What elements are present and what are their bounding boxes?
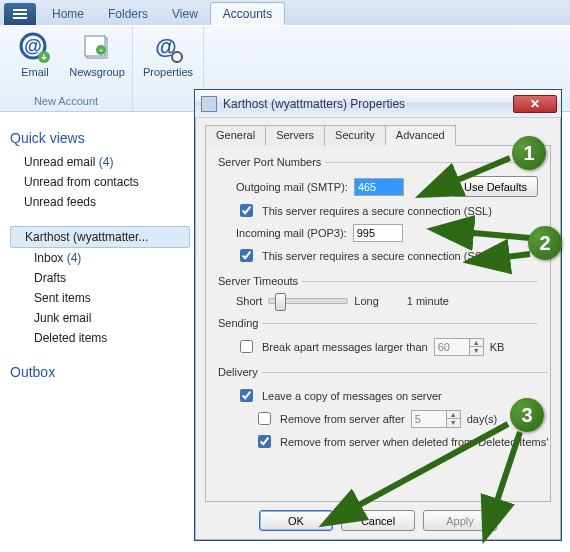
delivery-legend: Delivery xyxy=(218,366,262,378)
menu-icon xyxy=(13,9,27,19)
dialog-tabstrip: General Servers Security Advanced xyxy=(205,124,551,146)
sending-group: Sending Break apart messages larger than… xyxy=(218,317,538,360)
break-size-stepper[interactable]: ▲▼ xyxy=(434,338,484,356)
app-menu-button[interactable] xyxy=(4,3,36,25)
nav-deleted[interactable]: Deleted items xyxy=(10,328,190,348)
pop3-port-input[interactable] xyxy=(353,224,403,242)
dialog-button-row: OK Cancel Apply xyxy=(205,502,551,531)
timeout-value: 1 minute xyxy=(407,295,449,307)
svg-text:@: @ xyxy=(155,34,176,59)
delivery-group: Delivery Leave a copy of messages on ser… xyxy=(218,366,548,455)
nav-drafts[interactable]: Drafts xyxy=(10,268,190,288)
chevron-up-icon[interactable]: ▲ xyxy=(469,339,483,348)
at-plus-icon: @+ xyxy=(19,32,51,64)
quick-views-heading: Quick views xyxy=(10,130,190,146)
nav-unread-contacts[interactable]: Unread from contacts xyxy=(10,172,190,192)
kb-label: KB xyxy=(490,341,505,353)
svg-rect-0 xyxy=(13,9,27,11)
ribbon-tab-strip: Home Folders View Accounts xyxy=(0,0,570,26)
days-label: day(s) xyxy=(467,413,498,425)
dialog-titlebar[interactable]: Karthost (wyattmatters) Properties ✕ xyxy=(195,90,561,118)
use-defaults-button[interactable]: Use Defaults xyxy=(453,176,538,197)
dtab-general[interactable]: General xyxy=(205,125,266,146)
remove-when-deleted-checkbox[interactable] xyxy=(258,435,271,448)
outbox-heading[interactable]: Outbox xyxy=(10,364,190,380)
newsgroup-label: Newsgroup xyxy=(69,66,125,78)
nav-junk[interactable]: Junk email xyxy=(10,308,190,328)
tab-folders[interactable]: Folders xyxy=(96,3,160,25)
newsgroup-icon: + xyxy=(81,32,113,64)
remove-days-stepper[interactable]: ▲▼ xyxy=(411,410,461,428)
at-gear-icon: @ xyxy=(152,32,184,64)
nav-unread-email[interactable]: Unread email (4) xyxy=(10,152,190,172)
dialog-icon xyxy=(201,96,217,112)
chevron-down-icon[interactable]: ▼ xyxy=(469,347,483,355)
svg-rect-1 xyxy=(13,13,27,15)
email-account-label: Email xyxy=(21,66,49,78)
group-label-new-account: New Account xyxy=(8,93,124,109)
leave-copy-label: Leave a copy of messages on server xyxy=(262,390,442,402)
leave-copy-checkbox[interactable] xyxy=(240,389,253,402)
server-ports-group: Server Port Numbers Outgoing mail (SMTP)… xyxy=(218,156,538,269)
close-button[interactable]: ✕ xyxy=(513,95,557,113)
nav-account-karthost[interactable]: Karthost (wyattmatter... xyxy=(10,226,190,248)
sending-legend: Sending xyxy=(218,317,262,329)
nav-inbox[interactable]: Inbox (4) xyxy=(10,248,190,268)
dtab-security[interactable]: Security xyxy=(324,125,386,146)
folder-nav: Quick views Unread email (4) Unread from… xyxy=(0,112,200,552)
timeouts-legend: Server Timeouts xyxy=(218,275,302,287)
ribbon-group-new-account: @+ Email + Newsgroup New Account xyxy=(0,26,133,111)
pop3-ssl-label: This server requires a secure connection… xyxy=(262,250,492,262)
cancel-button[interactable]: Cancel xyxy=(341,510,415,531)
timeout-slider[interactable] xyxy=(268,298,348,304)
account-properties-dialog: Karthost (wyattmatters) Properties ✕ Gen… xyxy=(194,89,562,541)
pop3-ssl-checkbox[interactable] xyxy=(240,249,253,262)
dtab-advanced[interactable]: Advanced xyxy=(385,125,456,146)
remove-after-checkbox[interactable] xyxy=(258,412,271,425)
nav-unread-feeds[interactable]: Unread feeds xyxy=(10,192,190,212)
svg-text:+: + xyxy=(41,52,47,63)
properties-label: Properties xyxy=(143,66,193,78)
svg-text:+: + xyxy=(99,46,104,55)
tab-view[interactable]: View xyxy=(160,3,210,25)
long-label: Long xyxy=(354,295,378,307)
remove-when-deleted-label: Remove from server when deleted from 'De… xyxy=(280,436,548,448)
pop3-label: Incoming mail (POP3): xyxy=(236,227,347,239)
server-ports-legend: Server Port Numbers xyxy=(218,156,325,168)
short-label: Short xyxy=(236,295,262,307)
advanced-pane: Server Port Numbers Outgoing mail (SMTP)… xyxy=(205,146,551,502)
email-account-button[interactable]: @+ Email xyxy=(8,30,62,93)
break-apart-checkbox[interactable] xyxy=(240,340,253,353)
smtp-ssl-label: This server requires a secure connection… xyxy=(262,205,492,217)
tab-accounts[interactable]: Accounts xyxy=(210,2,285,25)
break-apart-label: Break apart messages larger than xyxy=(262,341,428,353)
close-icon: ✕ xyxy=(530,97,540,111)
properties-button[interactable]: @ Properties xyxy=(141,30,195,93)
dtab-servers[interactable]: Servers xyxy=(265,125,325,146)
nav-sent[interactable]: Sent items xyxy=(10,288,190,308)
newsgroup-button[interactable]: + Newsgroup xyxy=(70,30,124,93)
dialog-title: Karthost (wyattmatters) Properties xyxy=(223,97,513,111)
tab-home[interactable]: Home xyxy=(40,3,96,25)
ok-button[interactable]: OK xyxy=(259,510,333,531)
server-timeouts-group: Server Timeouts Short Long 1 minute xyxy=(218,275,538,311)
svg-text:@: @ xyxy=(24,36,42,56)
remove-after-label: Remove from server after xyxy=(280,413,405,425)
smtp-port-input[interactable] xyxy=(354,178,404,196)
smtp-ssl-checkbox[interactable] xyxy=(240,204,253,217)
svg-rect-2 xyxy=(13,17,27,19)
apply-button[interactable]: Apply xyxy=(423,510,497,531)
smtp-label: Outgoing mail (SMTP): xyxy=(236,181,348,193)
